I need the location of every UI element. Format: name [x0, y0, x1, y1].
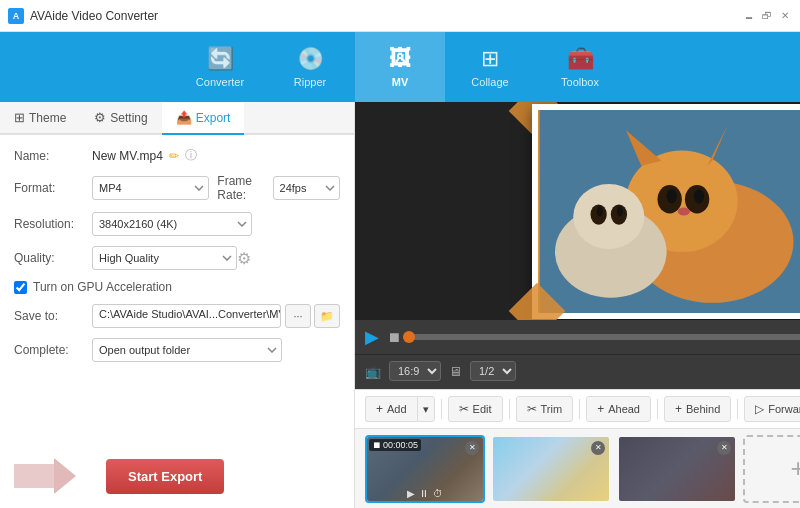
nav-mv[interactable]: 🖼 MV: [355, 32, 445, 102]
save-actions: ··· 📁: [285, 304, 340, 328]
playback-row2: 📺 16:9 🖥 1/2 Start Export: [355, 354, 800, 389]
nav-toolbox[interactable]: 🧰 Toolbox: [535, 32, 625, 102]
frame-rate-select[interactable]: 24fps: [273, 176, 340, 200]
window-controls[interactable]: 🗕 🗗 ✕: [742, 9, 792, 23]
edit-button[interactable]: ✂ Edit: [448, 396, 503, 422]
nav-ripper-label: Ripper: [294, 76, 326, 88]
save-path-display: C:\AVAide Studio\AVAI...Converter\MV Exp…: [92, 304, 281, 328]
thumb-duration-1: ⏹ 00:00:05: [369, 439, 421, 451]
nav-converter[interactable]: 🔄 Converter: [175, 32, 265, 102]
save-to-label: Save to:: [14, 309, 92, 323]
trim-icon: ✂: [527, 402, 537, 416]
info-icon[interactable]: ⓘ: [185, 147, 197, 164]
nav-collage[interactable]: ⊞ Collage: [445, 32, 535, 102]
resolution-select[interactable]: 3840x2160 (4K): [92, 212, 252, 236]
nav-ripper[interactable]: 💿 Ripper: [265, 32, 355, 102]
format-label: Format:: [14, 181, 92, 195]
panel-tabs: ⊞ Theme ⚙ Setting 📤 Export: [0, 102, 354, 135]
thumb-time-1[interactable]: ⏱: [433, 488, 443, 499]
thumb-edit-1[interactable]: ⏸: [419, 488, 429, 499]
folder-btn[interactable]: 📁: [314, 304, 340, 328]
thumbnail-2[interactable]: ✕: [491, 435, 611, 503]
edit-name-icon[interactable]: ✏: [169, 149, 179, 163]
thumb-play-1[interactable]: ▶: [407, 488, 415, 499]
separator-1: [441, 399, 442, 419]
close-btn[interactable]: ✕: [778, 9, 792, 23]
nav-collage-label: Collage: [471, 76, 508, 88]
left-panel: ⊞ Theme ⚙ Setting 📤 Export Name: New MV.…: [0, 102, 355, 508]
ratio-select[interactable]: 16:9: [389, 361, 441, 381]
start-export-button[interactable]: Start Export: [106, 459, 224, 494]
separator-4: [657, 399, 658, 419]
thumb-overlay-3: ✕: [621, 439, 733, 501]
quality-label: Quality:: [14, 251, 92, 265]
thumbnail-strip: ⏹ 00:00:05 ✕ ▶ ⏸ ⏱ ✕: [355, 428, 800, 508]
photo-inner: [532, 104, 800, 319]
arrow-head: [54, 458, 76, 494]
trim-button[interactable]: ✂ Trim: [516, 396, 574, 422]
svg-point-8: [694, 189, 704, 203]
svg-point-7: [667, 189, 677, 203]
nav-toolbox-label: Toolbox: [561, 76, 599, 88]
complete-label: Complete:: [14, 343, 92, 357]
tab-export[interactable]: 📤 Export: [162, 102, 245, 135]
quality-select[interactable]: High Quality: [92, 246, 237, 270]
thumb-close-2[interactable]: ✕: [591, 441, 605, 455]
thumbnail-1[interactable]: ⏹ 00:00:05 ✕ ▶ ⏸ ⏱: [365, 435, 485, 503]
add-dropdown-btn[interactable]: ▾: [417, 396, 435, 422]
progress-bar[interactable]: [409, 334, 800, 340]
arrow-decoration: [14, 458, 76, 494]
play-button[interactable]: ▶: [365, 326, 379, 348]
setting-tab-icon: ⚙: [94, 110, 106, 125]
progress-thumb: [403, 331, 415, 343]
playback-controls: ▶ ⏹ 00:00:00.00/00:00:29.17 🔊: [355, 320, 800, 354]
svg-point-11: [573, 184, 644, 249]
quality-gear-btn[interactable]: ⚙: [237, 249, 251, 268]
complete-row: Complete: Open output folder: [14, 338, 340, 362]
thumb-overlay-1: ⏹ 00:00:05 ✕ ▶ ⏸ ⏱: [369, 439, 481, 501]
bottom-toolbar: + Add ▾ ✂ Edit ✂ Trim + Ahead +: [355, 389, 800, 428]
complete-select[interactable]: Open output folder: [92, 338, 282, 362]
save-to-row: Save to: C:\AVAide Studio\AVAI...Convert…: [14, 304, 340, 328]
step-button[interactable]: ⏹: [387, 329, 401, 345]
forward-button[interactable]: ▷ Forward: [744, 396, 800, 422]
gpu-label: Turn on GPU Acceleration: [33, 280, 172, 294]
thumb-close-3[interactable]: ✕: [717, 441, 731, 455]
quality-icon: 🖥: [449, 364, 462, 379]
ahead-button[interactable]: + Ahead: [586, 396, 651, 422]
settings-form: Name: New MV.mp4 ✏ ⓘ Format: MP4 Frame R…: [0, 135, 354, 448]
resolution-row: Resolution: 3840x2160 (4K): [14, 212, 340, 236]
thumb-overlay-2: ✕: [495, 439, 607, 501]
nav-converter-label: Converter: [196, 76, 244, 88]
thumbnail-3[interactable]: ✕: [617, 435, 737, 503]
separator-5: [737, 399, 738, 419]
separator-3: [579, 399, 580, 419]
gpu-row: Turn on GPU Acceleration: [14, 280, 340, 294]
mv-icon: 🖼: [389, 46, 411, 72]
minimize-btn[interactable]: 🗕: [742, 9, 756, 23]
name-value: New MV.mp4: [92, 149, 163, 163]
add-icon: +: [376, 402, 383, 416]
tab-theme[interactable]: ⊞ Theme: [0, 102, 80, 135]
tab-setting[interactable]: ⚙ Setting: [80, 102, 161, 135]
add-button[interactable]: + Add: [365, 396, 417, 422]
gpu-checkbox[interactable]: [14, 281, 27, 294]
svg-point-14: [596, 206, 602, 216]
app-title: AVAide Video Converter: [30, 9, 742, 23]
maximize-btn[interactable]: 🗗: [760, 9, 774, 23]
behind-icon: +: [675, 402, 682, 416]
quality-preview-select[interactable]: 1/2: [470, 361, 516, 381]
behind-button[interactable]: + Behind: [664, 396, 731, 422]
right-panel: + ▶ ⏹ 00:00:00.00/00:00:29.17 🔊 📺 16:9 🖥…: [355, 102, 800, 508]
add-thumbnail-btn[interactable]: +: [743, 435, 800, 503]
resolution-label: Resolution:: [14, 217, 92, 231]
thumb-close-1[interactable]: ✕: [465, 441, 479, 455]
name-controls: New MV.mp4 ✏ ⓘ: [92, 147, 340, 164]
frame-rate-label: Frame Rate:: [217, 174, 268, 202]
ahead-icon: +: [597, 402, 604, 416]
forward-icon: ▷: [755, 402, 764, 416]
format-row: Format: MP4 Frame Rate: 24fps: [14, 174, 340, 202]
browse-btn[interactable]: ···: [285, 304, 311, 328]
format-select[interactable]: MP4: [92, 176, 209, 200]
cat-photo: [538, 110, 800, 313]
